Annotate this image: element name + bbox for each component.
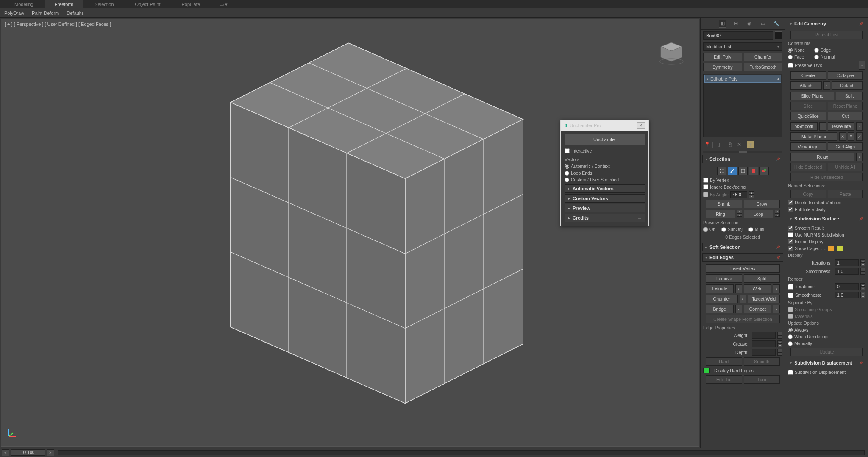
subtab-defaults[interactable]: Defaults xyxy=(67,11,83,16)
subdiv-surface-rollout[interactable]: Subdivision Surface xyxy=(787,215,866,223)
loop-button[interactable]: Loop xyxy=(744,210,773,218)
tessellate-button[interactable]: Tessellate xyxy=(828,122,855,131)
bridge-button[interactable]: Bridge xyxy=(706,305,734,313)
ribbon-toggle-icon[interactable]: ▭ ▾ xyxy=(220,2,228,7)
connect-settings[interactable]: ▫ xyxy=(773,305,780,313)
extrude-button[interactable]: Extrude xyxy=(706,284,734,293)
vectors-auto-radio[interactable] xyxy=(565,164,569,169)
preview-subobj-radio[interactable] xyxy=(721,227,726,232)
relax-settings[interactable]: ▫ xyxy=(856,153,863,161)
target-weld-button[interactable]: Target Weld xyxy=(748,295,780,303)
render-smooth-check[interactable] xyxy=(788,293,793,298)
constraint-none[interactable] xyxy=(788,48,793,53)
turbosmooth-button[interactable]: TurboSmooth xyxy=(744,63,783,71)
display-smoothness[interactable] xyxy=(835,268,859,275)
planar-x[interactable]: X xyxy=(839,132,846,141)
viewport[interactable]: [ + ] [ Perspective ] [ User Defined ] [… xyxy=(1,19,699,447)
depth-spinner[interactable] xyxy=(752,349,776,356)
update-always[interactable] xyxy=(788,328,793,332)
motion-tab-icon[interactable]: ◉ xyxy=(746,20,753,28)
quickslice-button[interactable]: QuickSlice xyxy=(790,112,826,120)
utilities-tab-icon[interactable]: 🔧 xyxy=(773,20,780,28)
constraint-edge[interactable] xyxy=(814,48,819,53)
update-manually[interactable] xyxy=(788,341,793,346)
hide-selected-button[interactable]: Hide Selected xyxy=(790,163,826,171)
modifier-stack[interactable]: Editable Poly◂ xyxy=(703,74,782,137)
repeat-last-button[interactable]: Repeat Last xyxy=(790,31,863,39)
vertex-mode[interactable] xyxy=(717,167,726,175)
use-nurms-check[interactable] xyxy=(788,232,793,237)
mesh-object[interactable] xyxy=(176,39,524,412)
edit-edges-rollout[interactable]: Edit Edges xyxy=(702,253,783,262)
collapse-button[interactable]: Collapse xyxy=(828,71,863,80)
timeline-next[interactable]: > xyxy=(47,449,54,456)
weight-spinner[interactable] xyxy=(752,332,776,339)
show-cage-check[interactable] xyxy=(788,246,793,251)
ribbon-tab-modeling[interactable]: Modeling xyxy=(4,0,44,8)
display-iterations[interactable] xyxy=(835,259,859,266)
selection-rollout-header[interactable]: Selection xyxy=(702,155,783,163)
ribbon-tab-freeform[interactable]: Freeform xyxy=(45,0,84,8)
ring-button[interactable]: Ring xyxy=(706,210,735,218)
full-interact-check[interactable] xyxy=(788,207,793,212)
hide-unselected-button[interactable]: Hide Unselected xyxy=(790,173,863,181)
preview-rollout[interactable]: Preview xyxy=(565,204,645,212)
delete-iso-check[interactable] xyxy=(788,200,793,205)
ribbon-tab-objectpaint[interactable]: Object Paint xyxy=(125,0,171,8)
pin-stack-icon[interactable]: 📍 xyxy=(703,141,711,148)
grow-button[interactable]: Grow xyxy=(744,200,780,208)
auto-vectors-rollout[interactable]: Automatic Vectors xyxy=(565,184,645,193)
preview-multi-radio[interactable] xyxy=(748,227,753,232)
custom-vectors-rollout[interactable]: Custom Vectors xyxy=(565,194,645,203)
modifier-list-dropdown[interactable]: Modifier List xyxy=(703,42,782,51)
constraint-normal[interactable] xyxy=(814,55,819,59)
crease-spinner[interactable] xyxy=(752,340,776,347)
create-button[interactable]: Create xyxy=(790,71,826,80)
soft-selection-rollout[interactable]: Soft Selection xyxy=(702,243,783,251)
split-button[interactable]: Split xyxy=(744,274,780,283)
cage-color-1[interactable] xyxy=(828,246,834,251)
ribbon-tab-populate[interactable]: Populate xyxy=(171,0,210,8)
ignore-backfacing-check[interactable] xyxy=(703,184,708,189)
update-button[interactable]: Update xyxy=(790,348,863,356)
planar-z[interactable]: Z xyxy=(856,132,863,141)
rollout-grip[interactable] xyxy=(703,151,782,153)
turn-button[interactable]: Turn xyxy=(744,375,780,384)
preview-off-radio[interactable] xyxy=(703,227,708,232)
vectors-custom-radio[interactable] xyxy=(565,178,569,182)
insert-vertex-button[interactable]: Insert Vertex xyxy=(706,264,780,273)
render-iter-check[interactable] xyxy=(788,284,793,290)
chamfer-mod-button[interactable]: Chamfer xyxy=(744,53,783,61)
edit-geometry-rollout[interactable]: Edit Geometry xyxy=(787,20,866,28)
view-align-button[interactable]: View Align xyxy=(790,142,826,151)
msmooth-settings[interactable]: ▫ xyxy=(819,122,826,131)
configure-icon[interactable]: ⊞ xyxy=(747,141,754,148)
edit-tri-button[interactable]: Edit Tri. xyxy=(706,375,742,384)
msmooth-button[interactable]: MSmooth xyxy=(790,122,818,131)
bridge-settings[interactable]: ▫ xyxy=(735,305,742,313)
subdiv-displace-rollout[interactable]: Subdivision Displacement xyxy=(787,359,866,367)
symmetry-button[interactable]: Symmetry xyxy=(703,63,742,71)
by-vertex-check[interactable] xyxy=(703,178,708,183)
unchamfer-dialog[interactable]: 3 Unchamfer Pro ✕ Unchamfer Interactive … xyxy=(560,120,649,226)
copy-ns-button[interactable]: Copy xyxy=(790,190,826,198)
ring-spinner[interactable]: ▴▾ xyxy=(737,210,742,218)
constraint-face[interactable] xyxy=(788,55,793,59)
slice-plane-button[interactable]: Slice Plane xyxy=(790,92,834,100)
loop-spinner[interactable]: ▴▾ xyxy=(775,210,780,218)
weld-button[interactable]: Weld xyxy=(744,284,772,293)
make-unique-icon[interactable]: ⎘ xyxy=(726,141,734,148)
shrink-button[interactable]: Shrink xyxy=(706,200,742,208)
unhide-all-button[interactable]: Unhide All xyxy=(828,163,863,171)
ribbon-tab-selection[interactable]: Selection xyxy=(84,0,124,8)
chamfer-settings[interactable]: ▫ xyxy=(740,295,746,303)
axis-gizmo[interactable] xyxy=(7,427,18,438)
tessellate-settings[interactable]: ▫ xyxy=(856,122,863,131)
timeline-prev[interactable]: < xyxy=(2,449,9,456)
remove-button[interactable]: Remove xyxy=(706,274,742,283)
attach-list[interactable]: ▫ xyxy=(823,81,830,90)
dialog-titlebar[interactable]: 3 Unchamfer Pro ✕ xyxy=(561,120,648,131)
make-planar-button[interactable]: Make Planar xyxy=(790,132,837,141)
attach-button[interactable]: Attach xyxy=(790,81,822,90)
cut-button[interactable]: Cut xyxy=(828,112,863,120)
